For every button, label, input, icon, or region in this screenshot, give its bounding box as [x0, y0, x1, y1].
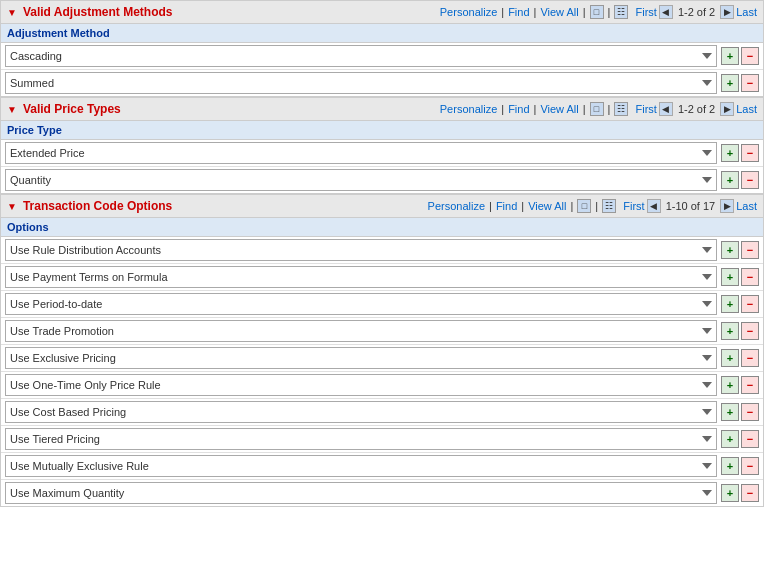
view-all-link[interactable]: View All	[540, 103, 578, 115]
find-link[interactable]: Find	[496, 200, 517, 212]
section-adjustment-methods: ▼Valid Adjustment Methods Personalize | …	[0, 0, 764, 97]
add-row-button[interactable]: +	[721, 144, 739, 162]
sep2: |	[534, 103, 537, 115]
prev-icon[interactable]: ◀	[659, 102, 673, 116]
sep4: |	[608, 103, 611, 115]
add-row-button[interactable]: +	[721, 241, 739, 259]
add-row-button[interactable]: +	[721, 171, 739, 189]
remove-row-button[interactable]: −	[741, 171, 759, 189]
last-link[interactable]: Last	[736, 6, 757, 18]
remove-row-button[interactable]: −	[741, 457, 759, 475]
table-row: Use Period-to-date+−	[1, 291, 763, 318]
col-header: Adjustment Method	[1, 24, 763, 43]
personalize-link[interactable]: Personalize	[440, 6, 497, 18]
collapse-icon[interactable]: ▼	[7, 7, 17, 18]
sep2: |	[521, 200, 524, 212]
remove-row-button[interactable]: −	[741, 322, 759, 340]
table-row: Use Payment Terms on Formula+−	[1, 264, 763, 291]
next-icon[interactable]: ▶	[720, 5, 734, 19]
section-header-adjustment-methods: ▼Valid Adjustment Methods Personalize | …	[1, 1, 763, 24]
row-select-5[interactable]: Use One-Time Only Price Rule	[5, 374, 717, 396]
section-title: Transaction Code Options	[23, 199, 172, 213]
table-row: Use Trade Promotion+−	[1, 318, 763, 345]
row-select-0[interactable]: Cascading	[5, 45, 717, 67]
section-controls: Personalize | Find | View All | □ | ☷ Fi…	[440, 5, 757, 19]
remove-row-button[interactable]: −	[741, 144, 759, 162]
add-row-button[interactable]: +	[721, 349, 739, 367]
find-link[interactable]: Find	[508, 6, 529, 18]
new-window-icon[interactable]: □	[590, 5, 604, 19]
remove-row-button[interactable]: −	[741, 430, 759, 448]
col-header: Price Type	[1, 121, 763, 140]
row-select-1[interactable]: Quantity	[5, 169, 717, 191]
add-row-button[interactable]: +	[721, 295, 739, 313]
row-select-4[interactable]: Use Exclusive Pricing	[5, 347, 717, 369]
section-price-types: ▼Valid Price Types Personalize | Find | …	[0, 97, 764, 194]
add-row-button[interactable]: +	[721, 430, 739, 448]
first-link[interactable]: First	[636, 103, 657, 115]
personalize-link[interactable]: Personalize	[428, 200, 485, 212]
add-row-button[interactable]: +	[721, 47, 739, 65]
table-row: Summed+−	[1, 70, 763, 96]
add-row-button[interactable]: +	[721, 268, 739, 286]
row-select-9[interactable]: Use Maximum Quantity	[5, 482, 717, 504]
last-link[interactable]: Last	[736, 103, 757, 115]
grid-icon[interactable]: ☷	[614, 102, 628, 116]
sep1: |	[501, 103, 504, 115]
view-all-link[interactable]: View All	[540, 6, 578, 18]
section-transaction-code: ▼Transaction Code Options Personalize | …	[0, 194, 764, 507]
add-row-button[interactable]: +	[721, 457, 739, 475]
next-icon[interactable]: ▶	[720, 102, 734, 116]
remove-row-button[interactable]: −	[741, 295, 759, 313]
add-row-button[interactable]: +	[721, 376, 739, 394]
row-select-7[interactable]: Use Tiered Pricing	[5, 428, 717, 450]
table-row: Use Maximum Quantity+−	[1, 480, 763, 506]
sep3: |	[570, 200, 573, 212]
section-controls: Personalize | Find | View All | □ | ☷ Fi…	[440, 102, 757, 116]
remove-row-button[interactable]: −	[741, 349, 759, 367]
row-select-6[interactable]: Use Cost Based Pricing	[5, 401, 717, 423]
view-all-link[interactable]: View All	[528, 200, 566, 212]
remove-row-button[interactable]: −	[741, 47, 759, 65]
table-row: Use Tiered Pricing+−	[1, 426, 763, 453]
row-select-0[interactable]: Extended Price	[5, 142, 717, 164]
remove-row-button[interactable]: −	[741, 403, 759, 421]
remove-row-button[interactable]: −	[741, 241, 759, 259]
remove-row-button[interactable]: −	[741, 74, 759, 92]
remove-row-button[interactable]: −	[741, 268, 759, 286]
row-select-1[interactable]: Summed	[5, 72, 717, 94]
last-link[interactable]: Last	[736, 200, 757, 212]
new-window-icon[interactable]: □	[577, 199, 591, 213]
row-select-0[interactable]: Use Rule Distribution Accounts	[5, 239, 717, 261]
row-select-1[interactable]: Use Payment Terms on Formula	[5, 266, 717, 288]
new-window-icon[interactable]: □	[590, 102, 604, 116]
table-row: Use Exclusive Pricing+−	[1, 345, 763, 372]
add-row-button[interactable]: +	[721, 403, 739, 421]
add-row-button[interactable]: +	[721, 484, 739, 502]
prev-icon[interactable]: ◀	[647, 199, 661, 213]
row-select-8[interactable]: Use Mutually Exclusive Rule	[5, 455, 717, 477]
row-select-2[interactable]: Use Period-to-date	[5, 293, 717, 315]
next-icon[interactable]: ▶	[720, 199, 734, 213]
remove-row-button[interactable]: −	[741, 376, 759, 394]
grid-icon[interactable]: ☷	[614, 5, 628, 19]
add-row-button[interactable]: +	[721, 74, 739, 92]
first-link[interactable]: First	[623, 200, 644, 212]
table-row: Quantity+−	[1, 167, 763, 193]
page-info: 1-2 of 2	[678, 103, 715, 115]
sep4: |	[608, 6, 611, 18]
collapse-icon[interactable]: ▼	[7, 201, 17, 212]
sep3: |	[583, 6, 586, 18]
row-select-3[interactable]: Use Trade Promotion	[5, 320, 717, 342]
prev-icon[interactable]: ◀	[659, 5, 673, 19]
first-link[interactable]: First	[636, 6, 657, 18]
grid-icon[interactable]: ☷	[602, 199, 616, 213]
personalize-link[interactable]: Personalize	[440, 103, 497, 115]
remove-row-button[interactable]: −	[741, 484, 759, 502]
collapse-icon[interactable]: ▼	[7, 104, 17, 115]
add-row-button[interactable]: +	[721, 322, 739, 340]
find-link[interactable]: Find	[508, 103, 529, 115]
sep3: |	[583, 103, 586, 115]
page-info: 1-10 of 17	[666, 200, 716, 212]
table-row: Use One-Time Only Price Rule+−	[1, 372, 763, 399]
